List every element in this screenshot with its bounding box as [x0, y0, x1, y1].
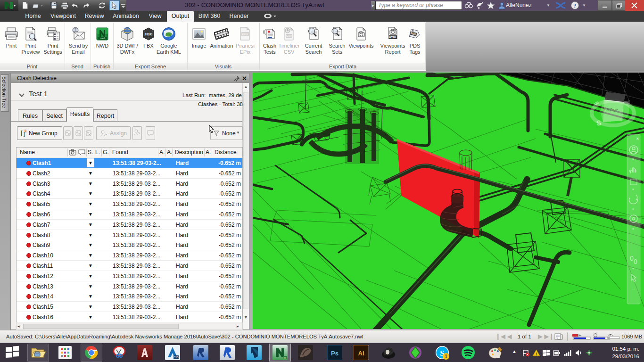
svg-text:CSV: CSV — [286, 34, 292, 37]
svg-text:▾: ▾ — [632, 207, 634, 211]
svg-text:Ai: Ai — [358, 350, 364, 357]
svg-text:C3D: C3D — [173, 356, 178, 359]
svg-text:?: ? — [573, 2, 576, 9]
svg-text:EPIX: EPIX — [242, 33, 248, 36]
svg-text:▾: ▾ — [632, 188, 634, 191]
svg-text:⋯: ⋯ — [632, 288, 635, 291]
svg-text:1: 1 — [445, 354, 447, 359]
svg-text:nwd: nwd — [100, 37, 105, 40]
svg-text:▾: ▾ — [632, 157, 634, 161]
svg-text:▾: ▾ — [632, 227, 634, 230]
svg-text:!: ! — [536, 352, 537, 356]
svg-text:✕: ✕ — [636, 137, 639, 141]
svg-text:m: m — [284, 356, 286, 359]
svg-text:▾: ▾ — [632, 267, 634, 270]
svg-text:S: S — [595, 118, 602, 127]
svg-text:FBX: FBX — [145, 33, 152, 36]
svg-text:Ps: Ps — [331, 350, 339, 357]
svg-text:HTML: HTML — [389, 36, 397, 39]
